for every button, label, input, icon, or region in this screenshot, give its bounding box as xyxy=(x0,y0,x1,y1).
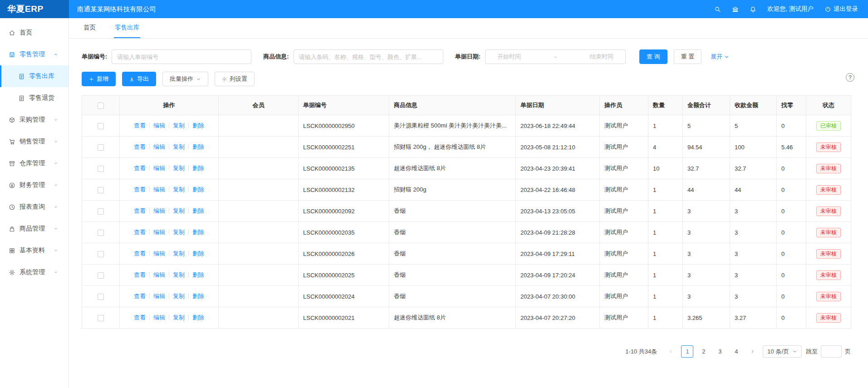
column-settings-button[interactable]: 列设置 xyxy=(215,72,255,86)
row-action-copy[interactable]: 复制 xyxy=(173,229,185,236)
row-action-copy[interactable]: 复制 xyxy=(173,143,185,150)
jump-page-input[interactable] xyxy=(821,345,842,358)
row-action-edit[interactable]: 编辑 xyxy=(153,122,165,129)
search-icon[interactable] xyxy=(714,6,721,13)
export-button[interactable]: 导出 xyxy=(122,72,156,86)
row-action-edit[interactable]: 编辑 xyxy=(153,143,165,150)
select-all-checkbox[interactable] xyxy=(98,103,104,109)
search-button[interactable]: 查 询 xyxy=(639,49,667,64)
chevron-down-icon xyxy=(54,226,58,231)
row-action-edit[interactable]: 编辑 xyxy=(153,207,165,214)
row-checkbox[interactable] xyxy=(98,294,104,300)
doc-no-input[interactable] xyxy=(112,49,251,64)
row-action-copy[interactable]: 复制 xyxy=(173,271,185,278)
row-action-view[interactable]: 查看 xyxy=(134,271,146,278)
row-action-edit[interactable]: 编辑 xyxy=(153,271,165,278)
sidebar-item-retail-outbound[interactable]: 零售出库 xyxy=(0,65,69,87)
row-checkbox[interactable] xyxy=(98,272,104,279)
row-action-copy[interactable]: 复制 xyxy=(173,165,185,172)
row-action-view[interactable]: 查看 xyxy=(134,122,146,129)
page-button-1[interactable]: 1 xyxy=(681,345,693,358)
row-action-delete[interactable]: 删除 xyxy=(192,271,204,278)
row-action-view[interactable]: 查看 xyxy=(134,186,146,193)
reset-button[interactable]: 重 置 xyxy=(674,49,702,64)
prev-page-button[interactable] xyxy=(665,345,677,358)
row-action-copy[interactable]: 复制 xyxy=(173,207,185,214)
date-range-picker[interactable]: 开始时间 ~ 结束时间 xyxy=(485,49,626,64)
row-action-view[interactable]: 查看 xyxy=(134,143,146,150)
add-button[interactable]: 新增 xyxy=(82,72,116,86)
sidebar-item-goods[interactable]: 商品管理 xyxy=(0,218,69,240)
row-checkbox[interactable] xyxy=(98,208,104,215)
row-action-edit[interactable]: 编辑 xyxy=(153,165,165,172)
next-page-button[interactable] xyxy=(746,345,759,358)
row-action-copy[interactable]: 复制 xyxy=(173,250,185,257)
cell-received: 3 xyxy=(730,201,777,222)
row-action-copy[interactable]: 复制 xyxy=(173,122,185,129)
chevron-down-icon xyxy=(54,161,58,166)
tab-home[interactable]: 首页 xyxy=(83,18,97,38)
sidebar-item-system[interactable]: 系统管理 xyxy=(0,261,69,283)
row-action-copy[interactable]: 复制 xyxy=(173,314,185,321)
row-checkbox[interactable] xyxy=(98,187,104,193)
batch-actions-button[interactable]: 批量操作 xyxy=(162,72,208,86)
row-action-delete[interactable]: 删除 xyxy=(192,143,204,150)
sidebar-item-purchase[interactable]: 采购管理 xyxy=(0,109,69,131)
row-action-view[interactable]: 查看 xyxy=(134,229,146,236)
row-checkbox[interactable] xyxy=(98,251,104,257)
sidebar-item-report[interactable]: 报表查询 xyxy=(0,196,69,218)
sidebar-item-warehouse[interactable]: 仓库管理 xyxy=(0,152,69,174)
jump-prefix: 跳至 xyxy=(806,348,818,356)
row-action-copy[interactable]: 复制 xyxy=(173,186,185,193)
row-action-view[interactable]: 查看 xyxy=(134,314,146,321)
row-action-delete[interactable]: 删除 xyxy=(192,122,204,129)
page-size-select[interactable]: 10 条/页 xyxy=(763,345,802,358)
goods-info-input[interactable] xyxy=(294,49,443,64)
row-action-delete[interactable]: 删除 xyxy=(192,186,204,193)
sidebar-item-home[interactable]: 首页 xyxy=(0,22,69,44)
sidebar-item-basic[interactable]: 基本资料 xyxy=(0,240,69,261)
logout-button[interactable]: 退出登录 xyxy=(824,5,858,13)
action-separator xyxy=(169,123,169,128)
row-action-delete[interactable]: 删除 xyxy=(192,293,204,300)
row-checkbox[interactable] xyxy=(98,123,104,129)
retail-icon xyxy=(9,51,15,58)
action-separator xyxy=(149,165,150,171)
row-action-delete[interactable]: 删除 xyxy=(192,229,204,236)
sidebar-item-sales[interactable]: 销售管理 xyxy=(0,131,69,152)
row-action-delete[interactable]: 删除 xyxy=(192,207,204,214)
row-action-view[interactable]: 查看 xyxy=(134,207,146,214)
row-action-delete[interactable]: 删除 xyxy=(192,314,204,321)
row-action-edit[interactable]: 编辑 xyxy=(153,186,165,193)
welcome-user[interactable]: 欢迎您, 测试用户 xyxy=(767,5,814,13)
row-checkbox[interactable] xyxy=(98,315,104,321)
page-button-2[interactable]: 2 xyxy=(697,345,710,358)
page-button-4[interactable]: 4 xyxy=(730,345,742,358)
cell-member xyxy=(219,201,299,222)
doc-icon xyxy=(18,73,25,80)
row-checkbox[interactable] xyxy=(98,144,104,151)
row-action-view[interactable]: 查看 xyxy=(134,293,146,300)
help-icon[interactable]: ? xyxy=(846,73,854,82)
expand-filters-link[interactable]: 展开 xyxy=(711,53,729,61)
page-button-3[interactable]: 3 xyxy=(714,345,726,358)
row-checkbox[interactable] xyxy=(98,230,104,236)
bell-icon[interactable] xyxy=(750,6,756,13)
row-action-edit[interactable]: 编辑 xyxy=(153,293,165,300)
row-action-view[interactable]: 查看 xyxy=(134,250,146,257)
sidebar-item-finance[interactable]: 财务管理 xyxy=(0,174,69,196)
cell-qty: 1 xyxy=(648,179,683,201)
row-action-edit[interactable]: 编辑 xyxy=(153,229,165,236)
row-action-view[interactable]: 查看 xyxy=(134,165,146,172)
sidebar-item-retail-return[interactable]: 零售退货 xyxy=(0,87,69,109)
row-action-delete[interactable]: 删除 xyxy=(192,250,204,257)
row-action-edit[interactable]: 编辑 xyxy=(153,250,165,257)
tab-retail-outbound[interactable]: 零售出库 xyxy=(114,18,140,38)
row-action-copy[interactable]: 复制 xyxy=(173,293,185,300)
row-action-delete[interactable]: 删除 xyxy=(192,165,204,172)
row-action-edit[interactable]: 编辑 xyxy=(153,314,165,321)
sidebar-item-retail[interactable]: 零售管理 xyxy=(0,44,69,65)
bank-icon[interactable] xyxy=(732,6,739,13)
cell-qty: 1 xyxy=(648,286,683,307)
row-checkbox[interactable] xyxy=(98,166,104,172)
